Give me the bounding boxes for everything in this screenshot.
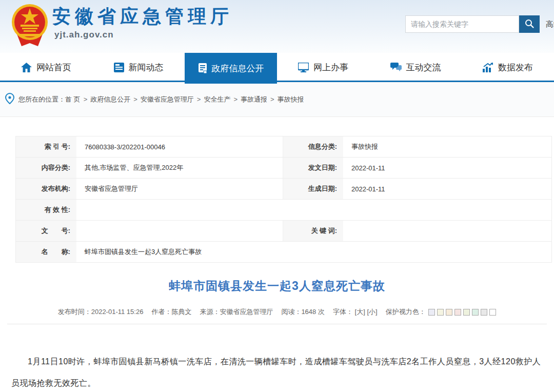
author: 作者：陈典文 [151,307,191,317]
breadcrumb-item-safety[interactable]: 安全生产 [204,95,230,104]
search-button[interactable] [519,15,540,33]
table-row-publisher: 发布机构: 安徽省应急管理厅 生成日期: 2022-01-11 [16,179,551,200]
nav-item-news[interactable]: 新闻动态 [92,53,185,82]
nav-item-gov-info[interactable]: 政府信息公开 [185,53,277,84]
eye-color-swatch[interactable] [472,309,479,316]
chat-icon [390,63,402,72]
validity-label: 有 效 性: [16,200,76,220]
content-category-value: 其他,市场监管、应急管理,2022年 [76,158,283,178]
table-row-index: 索 引 号: 76080338-3/202201-00046 信息分类: 事故快… [16,136,551,158]
search-icon [524,18,535,30]
article-meta: 发布时间：2022-01-11 15:26 作者：陈典文 来源：安徽省应急管理厅… [0,307,554,317]
breadcrumb-item-department[interactable]: 安徽省应急管理厅 [141,95,194,104]
table-row-content-category: 内容分类: 其他,市场监管、应急管理,2022年 发文日期: 2022-01-1… [16,158,551,179]
name-value: 蚌埠市固镇县发生一起3人窒息死亡事故 [76,242,551,262]
search-bar: 高级 [405,15,554,33]
site-header: 安徽省应急管理厅 yjt.ah.gov.cn 高级 [0,0,554,53]
source: 来源：安徽省应急管理厅 [200,307,273,317]
validity-value [76,200,551,220]
breadcrumb-separator: > [270,95,274,103]
create-date-label: 生成日期: [283,179,343,199]
table-row-name: 名 称: 蚌埠市固镇县发生一起3人窒息死亡事故 [16,242,551,263]
main-nav: 网站首页 新闻动态 政府信息公开 [0,53,554,82]
nav-item-label: 政府信息公开 [212,63,264,74]
document-icon [198,63,207,73]
name-label: 名 称: [16,242,76,262]
info-category-value: 事故快报 [343,136,551,157]
issue-date-label: 发文日期: [283,158,343,178]
eye-color-swatches [428,309,496,316]
keywords-label: 关 键 词: [283,221,343,241]
view-count: 阅读：1648 次 [281,307,325,317]
meta-divider [7,324,547,324]
font-label: 字体： [333,308,353,316]
table-row-doc-number: 文 号: 关 键 词: [16,221,551,242]
font-larger-button[interactable]: [大] [355,308,365,316]
site-domain: yjt.ah.gov.cn [54,30,114,40]
site-title: 安徽省应急管理厅 [52,4,233,29]
eye-color-swatch[interactable] [489,309,496,316]
breadcrumb-prefix: 您所在的位置： [18,95,65,104]
breadcrumb-separator: > [233,95,238,103]
nav-item-home[interactable]: 网站首页 [0,53,92,82]
location-pin-icon [5,93,14,106]
eye-color-swatch[interactable] [428,309,435,316]
national-emblem-logo [11,3,48,50]
nav-item-label: 网上办事 [313,62,348,73]
eye-color-label: 保护视力色： [386,308,426,316]
breadcrumb-item-accident-report[interactable]: 事故通报 [241,95,267,104]
info-category-label: 信息分类: [283,136,343,157]
nav-item-label: 数据发布 [498,62,533,73]
advanced-search-link[interactable]: 高级 [546,19,554,29]
issue-date-value: 2022-01-11 [343,158,551,178]
publisher-label: 发布机构: [16,179,76,199]
table-row-validity: 有 效 性: [16,200,551,221]
index-number-label: 索 引 号: [16,136,76,157]
create-date-value: 2022-01-11 [343,179,551,199]
breadcrumb-item-gov-info[interactable]: 政府信息公开 [90,95,130,104]
nav-item-label: 互动交流 [406,62,441,73]
eye-color-swatch[interactable] [481,309,487,316]
breadcrumb: 您所在的位置： 首 页 > 政府信息公开 > 安徽省应急管理厅 > 安全生产 >… [0,82,554,117]
news-icon [114,63,124,72]
publisher-value: 安徽省应急管理厅 [76,179,283,199]
home-icon [21,63,32,72]
nav-item-label: 新闻动态 [129,62,164,73]
eye-color-swatch[interactable] [463,309,470,316]
doc-number-value [76,221,283,241]
doc-number-label: 文 号: [16,221,76,241]
breadcrumb-separator: > [133,95,137,103]
nav-item-data-release[interactable]: 数据发布 [462,53,554,82]
font-smaller-button[interactable]: [小] [367,308,377,316]
publish-time: 发布时间：2022-01-11 15:26 [58,307,144,317]
breadcrumb-separator: > [197,95,201,103]
eye-color-swatch[interactable] [446,309,452,316]
document-info-table: 索 引 号: 76080338-3/202201-00046 信息分类: 事故快… [15,136,552,263]
article-body: 1月11日10时许，蚌埠市固镇县新马桥镇一洗车店，在清洗一辆槽罐车时，造成槽罐车… [0,351,554,392]
eye-color-swatch[interactable] [454,309,461,316]
article-title: 蚌埠市固镇县发生一起3人窒息死亡事故 [0,278,554,294]
monitor-icon [298,63,309,72]
nav-item-online-services[interactable]: 网上办事 [277,53,369,82]
nav-item-label: 网站首页 [36,62,71,73]
eye-protection-control: 保护视力色： [386,307,497,317]
font-size-control: 字体： [大] [小] [333,307,378,317]
breadcrumb-separator: > [84,95,88,103]
search-input[interactable] [405,15,519,33]
keywords-value [343,221,551,241]
content-category-label: 内容分类: [16,158,76,178]
breadcrumb-item-accident-brief[interactable]: 事故快报 [278,95,304,104]
eye-color-swatch[interactable] [437,309,444,316]
chart-icon [483,63,493,72]
breadcrumb-item-home[interactable]: 首 页 [65,95,81,104]
nav-item-interaction[interactable]: 互动交流 [369,53,462,82]
index-number-value: 76080338-3/202201-00046 [76,136,283,157]
